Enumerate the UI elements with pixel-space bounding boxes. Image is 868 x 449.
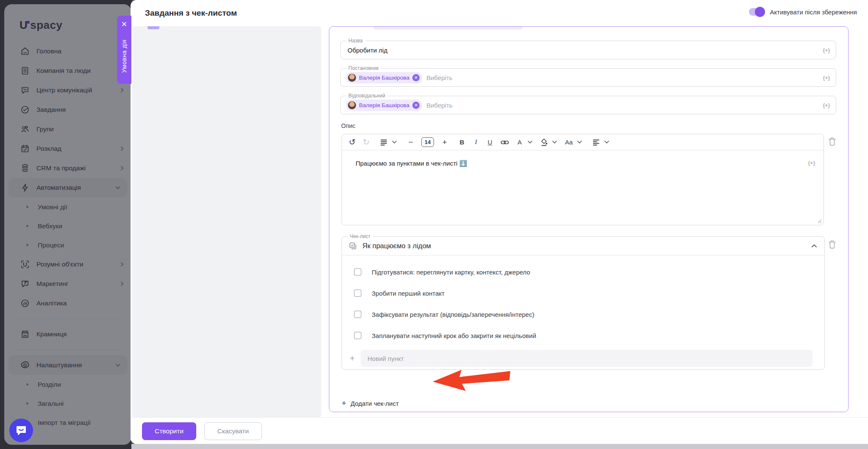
highlight-button[interactable]	[540, 137, 548, 148]
line-spacing-button[interactable]	[380, 137, 387, 148]
text-color-button[interactable]: A	[516, 137, 523, 148]
checklist-item: Підготуватися: переглянути картку, конте…	[342, 261, 824, 283]
italic-button[interactable]: I	[473, 137, 479, 148]
automation-canvas	[132, 26, 321, 418]
name-field[interactable]: Назва {+}	[340, 41, 836, 59]
activate-toggle[interactable]	[749, 8, 764, 16]
checklist-item-label[interactable]: Зафіксувати результат (відповідь/запереч…	[372, 311, 534, 318]
plus-icon: +	[342, 399, 346, 408]
underline-button[interactable]: U	[487, 137, 493, 148]
checklist-block: Чек-лист Як працюємо з лідом Підготувати…	[342, 236, 825, 370]
undo-button[interactable]: ↺	[349, 137, 356, 148]
drawer-footer: Створити Скасувати	[131, 417, 868, 444]
letter-case-chevron[interactable]	[576, 137, 583, 148]
checklist-items: Підготуватися: переглянути картку, конте…	[342, 255, 824, 346]
checkbox[interactable]	[354, 268, 362, 276]
condition-action-tab[interactable]: ✕ Умовна дія	[117, 16, 131, 84]
decrease-font-button[interactable]: −	[407, 137, 414, 148]
chevron-down-icon	[528, 141, 532, 144]
checkbox[interactable]	[354, 289, 362, 297]
chat-bubble-icon	[15, 424, 28, 437]
name-input[interactable]	[348, 41, 729, 59]
delete-checklist-button[interactable]	[828, 240, 837, 249]
close-icon[interactable]: ✕	[117, 20, 131, 29]
avatar	[348, 101, 356, 109]
redo-button[interactable]: ↻	[363, 137, 370, 148]
checklist-item-label[interactable]: Запланувати наступний крок або закрити я…	[372, 332, 536, 339]
assigner-placeholder[interactable]: Виберіть	[426, 74, 453, 81]
create-button[interactable]: Створити	[142, 422, 196, 440]
collapse-checklist-button[interactable]	[811, 243, 818, 249]
add-item-icon[interactable]: +	[348, 354, 356, 363]
increase-font-button[interactable]: +	[441, 137, 448, 148]
support-chat-button[interactable]	[9, 419, 33, 442]
canvas-node-fragment	[147, 26, 159, 29]
align-left-icon	[593, 139, 600, 146]
line-spacing-icon	[380, 139, 387, 146]
trash-icon	[828, 137, 837, 146]
checklist-field-label: Чек-лист	[348, 233, 373, 239]
description-editor[interactable]: ↺ ↻ − 14 + B I U A	[342, 134, 824, 225]
scrolled-content-fragment	[373, 27, 523, 30]
checklist-copy-icon	[349, 242, 357, 250]
delete-description-button[interactable]	[828, 137, 837, 146]
letter-case-button[interactable]: Aa	[565, 137, 573, 148]
avatar	[348, 74, 356, 82]
activate-toggle-label: Активувати після збереження	[770, 8, 857, 16]
align-chevron[interactable]	[603, 137, 610, 148]
cancel-button[interactable]: Скасувати	[204, 422, 262, 440]
new-checklist-item-row: +	[348, 350, 812, 367]
chevron-down-icon	[604, 141, 609, 144]
chevron-down-icon	[577, 141, 582, 144]
insert-variable-button[interactable]: {+}	[808, 160, 815, 166]
assigner-chip-name: Валерія Башкірова	[359, 75, 409, 81]
assigner-field[interactable]: Постановник Валерія Башкірова ✕ Виберіть…	[340, 68, 836, 87]
highlight-icon	[540, 138, 548, 146]
responsible-chip: Валерія Башкірова ✕	[346, 100, 422, 111]
line-spacing-chevron[interactable]	[391, 137, 398, 148]
font-size-value[interactable]: 14	[421, 137, 434, 147]
task-form-panel: Назва {+} Постановник Валерія Башкірова …	[329, 26, 849, 412]
add-checklist-button[interactable]: + Додати чек-лист	[342, 399, 399, 408]
insert-variable-button[interactable]: {+}	[823, 75, 830, 81]
checklist-item: Зафіксувати результат (відповідь/запереч…	[342, 304, 824, 325]
remove-chip-icon[interactable]: ✕	[412, 74, 420, 81]
insert-variable-button[interactable]: {+}	[823, 47, 830, 53]
annotation-arrow	[430, 368, 512, 392]
responsible-field[interactable]: Відповідальний Валерія Башкірова ✕ Вибер…	[340, 96, 836, 114]
responsible-placeholder[interactable]: Виберіть	[426, 102, 453, 109]
trash-icon	[828, 240, 837, 249]
condition-action-drawer: Завдання з чек-листом Активувати після з…	[131, 0, 868, 444]
chevron-down-icon	[552, 141, 557, 144]
condition-action-tab-label: Умовна дія	[117, 32, 131, 81]
checklist-item-label[interactable]: Підготуватися: переглянути картку, конте…	[372, 269, 530, 276]
text-color-chevron[interactable]	[526, 137, 533, 148]
activate-toggle-group: Активувати після збереження	[749, 8, 857, 16]
chevron-down-icon	[392, 141, 397, 144]
link-button[interactable]	[501, 137, 509, 148]
checklist-title[interactable]: Як працюємо з лідом	[362, 242, 806, 250]
description-text: Працюємо за пунктами в чек-листі ⬇️	[356, 160, 467, 167]
resize-handle[interactable]	[818, 219, 822, 223]
highlight-chevron[interactable]	[551, 137, 558, 148]
editor-toolbar: ↺ ↻ − 14 + B I U A	[342, 134, 823, 150]
drawer-title: Завдання з чек-листом	[145, 8, 237, 18]
assigner-chip: Валерія Башкірова ✕	[346, 72, 422, 83]
editor-body[interactable]: Працюємо за пунктами в чек-листі ⬇️ {+}	[342, 150, 823, 225]
new-item-input[interactable]	[361, 350, 812, 367]
responsible-chip-name: Валерія Башкірова	[359, 102, 409, 108]
bold-button[interactable]: B	[459, 137, 465, 148]
align-button[interactable]	[593, 137, 600, 148]
remove-chip-icon[interactable]: ✕	[412, 102, 420, 109]
checklist-item-label[interactable]: Зробити перший контакт	[372, 290, 445, 297]
checklist-item: Запланувати наступний крок або закрити я…	[342, 325, 824, 346]
page-background-strip	[131, 444, 868, 449]
checkbox[interactable]	[354, 310, 362, 318]
link-icon	[501, 139, 509, 145]
checklist-item: Зробити перший контакт	[342, 283, 824, 304]
modal-backdrop[interactable]	[0, 0, 131, 449]
description-label: Опис	[341, 122, 355, 129]
insert-variable-button[interactable]: {+}	[823, 102, 830, 108]
checklist-header[interactable]: Як працюємо з лідом	[342, 237, 824, 255]
checkbox[interactable]	[354, 332, 362, 339]
